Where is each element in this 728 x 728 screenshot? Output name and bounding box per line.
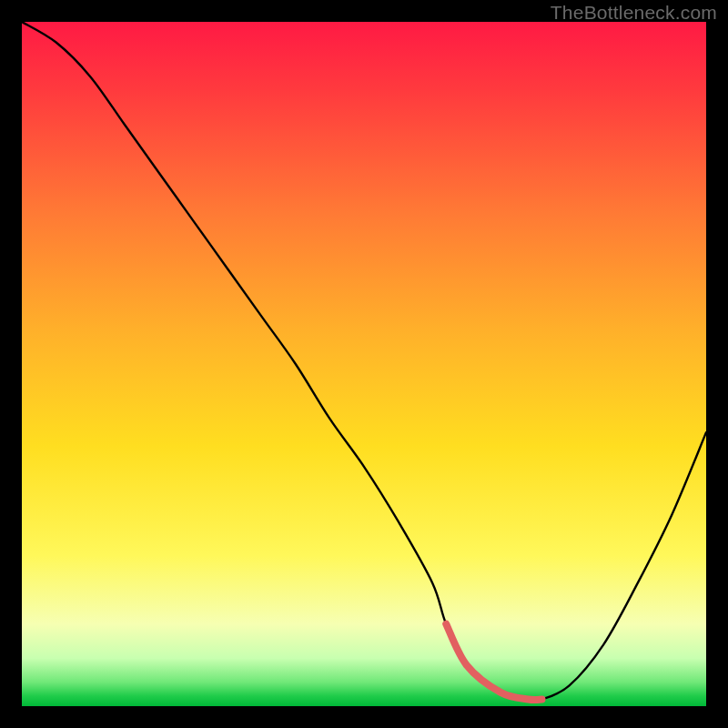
bottleneck-chart xyxy=(22,22,706,706)
attribution-text: TheBottleneck.com xyxy=(551,2,717,24)
chart-frame xyxy=(22,22,706,706)
